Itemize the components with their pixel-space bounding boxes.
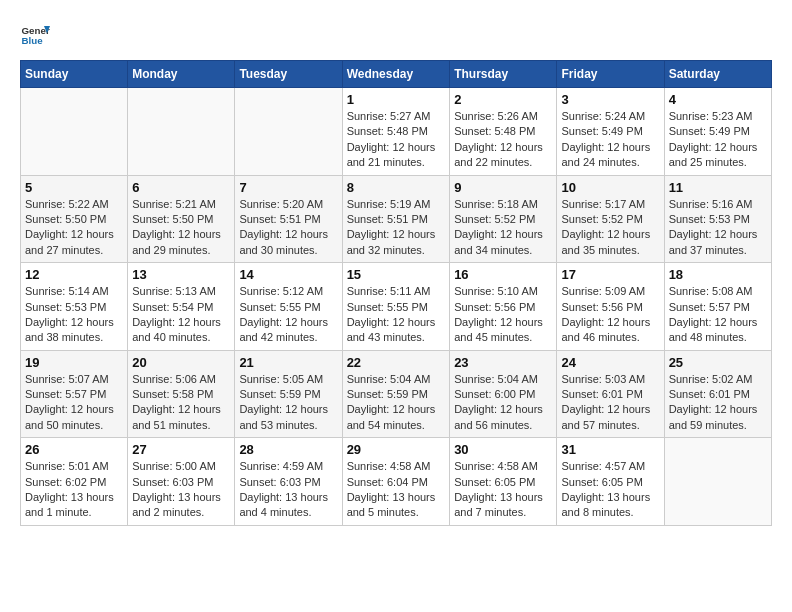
day-number: 9 <box>454 180 552 195</box>
day-number: 20 <box>132 355 230 370</box>
day-info: Sunrise: 5:03 AM Sunset: 6:01 PM Dayligh… <box>561 372 659 434</box>
logo-icon: General Blue <box>20 20 50 50</box>
day-info: Sunrise: 5:08 AM Sunset: 5:57 PM Dayligh… <box>669 284 767 346</box>
calendar-cell: 11Sunrise: 5:16 AM Sunset: 5:53 PM Dayli… <box>664 175 771 263</box>
day-number: 16 <box>454 267 552 282</box>
calendar-cell: 13Sunrise: 5:13 AM Sunset: 5:54 PM Dayli… <box>128 263 235 351</box>
day-info: Sunrise: 5:24 AM Sunset: 5:49 PM Dayligh… <box>561 109 659 171</box>
calendar-cell: 27Sunrise: 5:00 AM Sunset: 6:03 PM Dayli… <box>128 438 235 526</box>
calendar-cell: 22Sunrise: 5:04 AM Sunset: 5:59 PM Dayli… <box>342 350 450 438</box>
calendar-cell: 20Sunrise: 5:06 AM Sunset: 5:58 PM Dayli… <box>128 350 235 438</box>
day-number: 24 <box>561 355 659 370</box>
calendar-cell: 5Sunrise: 5:22 AM Sunset: 5:50 PM Daylig… <box>21 175 128 263</box>
day-number: 1 <box>347 92 446 107</box>
day-number: 14 <box>239 267 337 282</box>
day-header-monday: Monday <box>128 61 235 88</box>
calendar-cell <box>235 88 342 176</box>
week-row-1: 1Sunrise: 5:27 AM Sunset: 5:48 PM Daylig… <box>21 88 772 176</box>
calendar-cell: 4Sunrise: 5:23 AM Sunset: 5:49 PM Daylig… <box>664 88 771 176</box>
calendar-cell: 31Sunrise: 4:57 AM Sunset: 6:05 PM Dayli… <box>557 438 664 526</box>
day-header-thursday: Thursday <box>450 61 557 88</box>
day-number: 29 <box>347 442 446 457</box>
calendar-table: SundayMondayTuesdayWednesdayThursdayFrid… <box>20 60 772 526</box>
calendar-cell: 15Sunrise: 5:11 AM Sunset: 5:55 PM Dayli… <box>342 263 450 351</box>
day-header-tuesday: Tuesday <box>235 61 342 88</box>
day-info: Sunrise: 5:09 AM Sunset: 5:56 PM Dayligh… <box>561 284 659 346</box>
day-info: Sunrise: 5:26 AM Sunset: 5:48 PM Dayligh… <box>454 109 552 171</box>
calendar-cell: 24Sunrise: 5:03 AM Sunset: 6:01 PM Dayli… <box>557 350 664 438</box>
calendar-cell: 9Sunrise: 5:18 AM Sunset: 5:52 PM Daylig… <box>450 175 557 263</box>
day-info: Sunrise: 4:59 AM Sunset: 6:03 PM Dayligh… <box>239 459 337 521</box>
day-number: 13 <box>132 267 230 282</box>
day-info: Sunrise: 5:11 AM Sunset: 5:55 PM Dayligh… <box>347 284 446 346</box>
day-info: Sunrise: 5:22 AM Sunset: 5:50 PM Dayligh… <box>25 197 123 259</box>
day-number: 18 <box>669 267 767 282</box>
calendar-body: 1Sunrise: 5:27 AM Sunset: 5:48 PM Daylig… <box>21 88 772 526</box>
week-row-5: 26Sunrise: 5:01 AM Sunset: 6:02 PM Dayli… <box>21 438 772 526</box>
day-number: 11 <box>669 180 767 195</box>
day-info: Sunrise: 5:06 AM Sunset: 5:58 PM Dayligh… <box>132 372 230 434</box>
calendar-header: SundayMondayTuesdayWednesdayThursdayFrid… <box>21 61 772 88</box>
day-info: Sunrise: 5:13 AM Sunset: 5:54 PM Dayligh… <box>132 284 230 346</box>
calendar-cell: 21Sunrise: 5:05 AM Sunset: 5:59 PM Dayli… <box>235 350 342 438</box>
day-info: Sunrise: 5:16 AM Sunset: 5:53 PM Dayligh… <box>669 197 767 259</box>
day-info: Sunrise: 5:02 AM Sunset: 6:01 PM Dayligh… <box>669 372 767 434</box>
week-row-4: 19Sunrise: 5:07 AM Sunset: 5:57 PM Dayli… <box>21 350 772 438</box>
day-number: 2 <box>454 92 552 107</box>
day-info: Sunrise: 5:21 AM Sunset: 5:50 PM Dayligh… <box>132 197 230 259</box>
calendar-cell: 1Sunrise: 5:27 AM Sunset: 5:48 PM Daylig… <box>342 88 450 176</box>
day-header-wednesday: Wednesday <box>342 61 450 88</box>
day-info: Sunrise: 5:00 AM Sunset: 6:03 PM Dayligh… <box>132 459 230 521</box>
day-number: 17 <box>561 267 659 282</box>
day-info: Sunrise: 5:23 AM Sunset: 5:49 PM Dayligh… <box>669 109 767 171</box>
day-info: Sunrise: 5:07 AM Sunset: 5:57 PM Dayligh… <box>25 372 123 434</box>
day-info: Sunrise: 5:27 AM Sunset: 5:48 PM Dayligh… <box>347 109 446 171</box>
calendar-cell: 18Sunrise: 5:08 AM Sunset: 5:57 PM Dayli… <box>664 263 771 351</box>
day-number: 21 <box>239 355 337 370</box>
week-row-3: 12Sunrise: 5:14 AM Sunset: 5:53 PM Dayli… <box>21 263 772 351</box>
day-info: Sunrise: 4:58 AM Sunset: 6:05 PM Dayligh… <box>454 459 552 521</box>
calendar-cell: 17Sunrise: 5:09 AM Sunset: 5:56 PM Dayli… <box>557 263 664 351</box>
calendar-cell: 19Sunrise: 5:07 AM Sunset: 5:57 PM Dayli… <box>21 350 128 438</box>
day-info: Sunrise: 5:04 AM Sunset: 5:59 PM Dayligh… <box>347 372 446 434</box>
calendar-cell: 3Sunrise: 5:24 AM Sunset: 5:49 PM Daylig… <box>557 88 664 176</box>
calendar-cell: 14Sunrise: 5:12 AM Sunset: 5:55 PM Dayli… <box>235 263 342 351</box>
calendar-cell: 8Sunrise: 5:19 AM Sunset: 5:51 PM Daylig… <box>342 175 450 263</box>
day-info: Sunrise: 4:58 AM Sunset: 6:04 PM Dayligh… <box>347 459 446 521</box>
day-header-friday: Friday <box>557 61 664 88</box>
day-info: Sunrise: 5:05 AM Sunset: 5:59 PM Dayligh… <box>239 372 337 434</box>
day-number: 25 <box>669 355 767 370</box>
logo: General Blue <box>20 20 50 50</box>
day-number: 3 <box>561 92 659 107</box>
day-info: Sunrise: 4:57 AM Sunset: 6:05 PM Dayligh… <box>561 459 659 521</box>
day-number: 26 <box>25 442 123 457</box>
day-info: Sunrise: 5:12 AM Sunset: 5:55 PM Dayligh… <box>239 284 337 346</box>
day-header-sunday: Sunday <box>21 61 128 88</box>
day-number: 19 <box>25 355 123 370</box>
day-number: 5 <box>25 180 123 195</box>
day-info: Sunrise: 5:17 AM Sunset: 5:52 PM Dayligh… <box>561 197 659 259</box>
days-of-week-row: SundayMondayTuesdayWednesdayThursdayFrid… <box>21 61 772 88</box>
day-info: Sunrise: 5:10 AM Sunset: 5:56 PM Dayligh… <box>454 284 552 346</box>
calendar-cell: 16Sunrise: 5:10 AM Sunset: 5:56 PM Dayli… <box>450 263 557 351</box>
calendar-cell: 23Sunrise: 5:04 AM Sunset: 6:00 PM Dayli… <box>450 350 557 438</box>
day-number: 7 <box>239 180 337 195</box>
calendar-cell: 12Sunrise: 5:14 AM Sunset: 5:53 PM Dayli… <box>21 263 128 351</box>
calendar-cell: 2Sunrise: 5:26 AM Sunset: 5:48 PM Daylig… <box>450 88 557 176</box>
calendar-cell: 6Sunrise: 5:21 AM Sunset: 5:50 PM Daylig… <box>128 175 235 263</box>
calendar-cell: 7Sunrise: 5:20 AM Sunset: 5:51 PM Daylig… <box>235 175 342 263</box>
day-info: Sunrise: 5:14 AM Sunset: 5:53 PM Dayligh… <box>25 284 123 346</box>
calendar-cell: 10Sunrise: 5:17 AM Sunset: 5:52 PM Dayli… <box>557 175 664 263</box>
week-row-2: 5Sunrise: 5:22 AM Sunset: 5:50 PM Daylig… <box>21 175 772 263</box>
day-number: 23 <box>454 355 552 370</box>
calendar-cell: 30Sunrise: 4:58 AM Sunset: 6:05 PM Dayli… <box>450 438 557 526</box>
day-number: 28 <box>239 442 337 457</box>
calendar-cell <box>21 88 128 176</box>
day-info: Sunrise: 5:19 AM Sunset: 5:51 PM Dayligh… <box>347 197 446 259</box>
day-info: Sunrise: 5:01 AM Sunset: 6:02 PM Dayligh… <box>25 459 123 521</box>
calendar-cell <box>664 438 771 526</box>
day-info: Sunrise: 5:04 AM Sunset: 6:00 PM Dayligh… <box>454 372 552 434</box>
calendar-cell <box>128 88 235 176</box>
day-number: 6 <box>132 180 230 195</box>
day-number: 30 <box>454 442 552 457</box>
